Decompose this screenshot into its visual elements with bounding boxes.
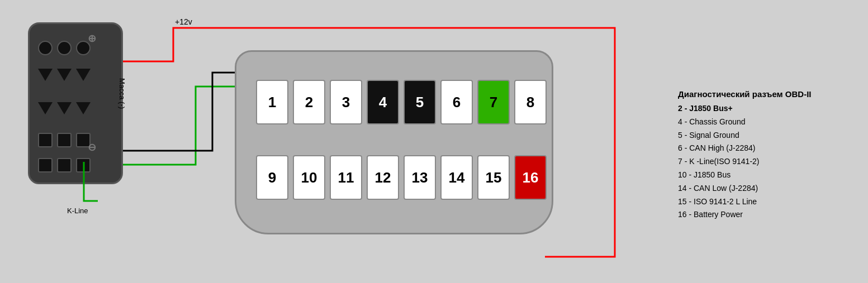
pin-10: 10	[293, 155, 325, 200]
connector-image: ⊕ ⊖ Масса (-) K-Line	[17, 11, 145, 218]
pin-8: 8	[514, 80, 547, 124]
legend-item-4: 4 - Chassis Ground	[678, 116, 851, 129]
legend-item-15: 15 - ISO 9141-2 L Line	[678, 195, 851, 209]
obd-row2: 9 10 11 12 13 14 15 16	[256, 155, 547, 200]
pin-3: 3	[330, 80, 362, 124]
legend-item-6: 6 - CAN High (J-2284)	[678, 142, 851, 155]
pin-9: 9	[256, 155, 288, 200]
svg-text:+12v: +12v	[175, 17, 192, 26]
obd-row1: 1 2 3 4 5 6 7 8	[256, 80, 547, 124]
legend-item-7: 7 - K -Line(ISO 9141-2)	[678, 155, 851, 169]
legend-item-10: 10 - J1850 Bus	[678, 169, 851, 182]
legend-title: Диагностический разъем OBD-II	[678, 89, 851, 99]
pin-7: 7	[477, 80, 510, 124]
pin-12: 12	[367, 155, 399, 200]
pin-16: 16	[514, 155, 547, 200]
pin-5: 5	[404, 80, 436, 124]
pin-11: 11	[330, 155, 362, 200]
legend-item-14: 14 - CAN Low (J-2284)	[678, 182, 851, 195]
legend-item-5: 5 - Signal Ground	[678, 129, 851, 142]
pin-14: 14	[440, 155, 473, 200]
pin-6: 6	[440, 80, 473, 124]
pin-13: 13	[404, 155, 436, 200]
pin-2: 2	[293, 80, 325, 124]
obd-legend: Диагностический разъем OBD-II 2 - J1850 …	[678, 89, 851, 222]
legend-item-2: 2 - J1850 Bus+	[678, 102, 851, 116]
pin-15: 15	[477, 155, 510, 200]
pin-1: 1	[256, 80, 288, 124]
obd-body: 1 2 3 4 5 6 7 8 9 10 11 12 13 14 15 16	[235, 50, 553, 234]
obd-connector-diagram: 1 2 3 4 5 6 7 8 9 10 11 12 13 14 15 16	[235, 50, 553, 234]
legend-items: 2 - J1850 Bus+ 4 - Chassis Ground 5 - Si…	[678, 102, 851, 222]
pin-4: 4	[367, 80, 399, 124]
legend-item-16: 16 - Battery Power	[678, 208, 851, 222]
